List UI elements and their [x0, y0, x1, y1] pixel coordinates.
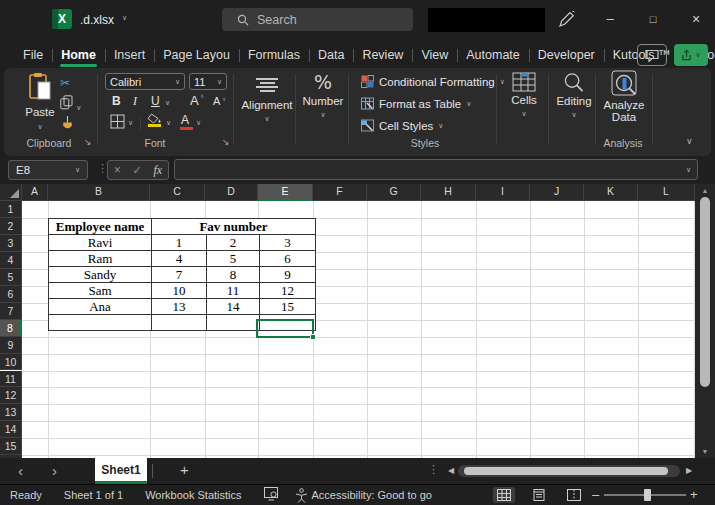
accessibility-status[interactable]: Accessibility: Good to go: [295, 488, 432, 503]
tab-automate[interactable]: Automate: [457, 43, 529, 67]
column-header-b[interactable]: B: [48, 184, 150, 201]
ribbon-collapse-chevron-icon[interactable]: ∨: [686, 136, 693, 146]
add-sheet-button[interactable]: +: [180, 461, 189, 478]
column-header-c[interactable]: C: [150, 184, 205, 201]
column-header-a[interactable]: A: [22, 184, 48, 201]
increase-font-button[interactable]: A: [190, 93, 199, 108]
draw-ink-icon[interactable]: [558, 10, 580, 30]
cell-c6[interactable]: 10: [152, 283, 207, 299]
workbook-statistics-button[interactable]: Workbook Statistics: [145, 489, 241, 501]
underline-chevron-icon[interactable]: ∨: [165, 99, 170, 107]
name-box[interactable]: E8 ∨: [8, 160, 88, 180]
italic-button[interactable]: I: [133, 94, 137, 109]
borders-button[interactable]: [110, 114, 125, 132]
filename-chevron-icon[interactable]: ∨: [122, 14, 127, 22]
zoom-out-button[interactable]: –: [592, 487, 599, 502]
column-header-h[interactable]: H: [421, 184, 476, 201]
cell-c3[interactable]: 1: [152, 235, 207, 251]
comments-button[interactable]: [637, 44, 667, 66]
cell-b4[interactable]: Ram: [49, 251, 152, 267]
cells-button[interactable]: Cells ∨: [500, 72, 548, 118]
column-header-d[interactable]: D: [205, 184, 258, 201]
format-painter-button[interactable]: [61, 116, 74, 134]
minimize-button[interactable]: –: [595, 6, 625, 32]
cell-c8[interactable]: [152, 315, 207, 331]
cell-d3[interactable]: 2: [207, 235, 260, 251]
close-button[interactable]: ×: [681, 6, 711, 32]
zoom-slider-handle[interactable]: [644, 489, 651, 501]
cell-c7[interactable]: 13: [152, 299, 207, 315]
number-button[interactable]: % Number ∨: [299, 71, 347, 119]
vertical-scroll-thumb[interactable]: [700, 197, 710, 387]
font-size-select[interactable]: 11 ∨: [189, 73, 227, 90]
horizontal-scroll-thumb[interactable]: [464, 467, 668, 475]
prev-sheet-icon[interactable]: ‹: [18, 462, 23, 480]
scroll-down-icon[interactable]: ▼: [695, 448, 715, 455]
row-header-10[interactable]: 10: [0, 354, 22, 371]
formula-input[interactable]: ∨: [174, 159, 698, 180]
share-button[interactable]: ∨: [674, 44, 708, 66]
cell-styles-button[interactable]: Cell Styles ∨: [361, 119, 443, 132]
fill-color-button[interactable]: [147, 113, 162, 127]
select-all-corner[interactable]: [0, 184, 22, 201]
display-settings-icon[interactable]: [264, 487, 279, 503]
row-header-14[interactable]: 14: [0, 421, 22, 438]
excel-logo-icon[interactable]: X: [52, 9, 72, 29]
cell-b3[interactable]: Ravi: [49, 235, 152, 251]
cell-c4[interactable]: 4: [152, 251, 207, 267]
selected-cell-outline[interactable]: [256, 319, 314, 338]
tab-developer[interactable]: Developer: [529, 43, 604, 67]
font-color-chevron-icon[interactable]: ∨: [196, 119, 201, 127]
column-header-e[interactable]: E: [258, 184, 313, 201]
tab-formulas[interactable]: Formulas: [239, 43, 309, 67]
row-header-5[interactable]: 5: [0, 269, 22, 286]
cell-d5[interactable]: 8: [207, 267, 260, 283]
workbook-filename[interactable]: .d.xlsx: [80, 13, 114, 27]
cell-c2-e2-merged[interactable]: Fav number: [152, 219, 316, 235]
normal-view-button[interactable]: [493, 487, 515, 503]
insert-function-button[interactable]: fx: [153, 163, 162, 178]
tab-page-layout[interactable]: Page Layou: [154, 43, 239, 67]
row-header-8[interactable]: 8: [0, 320, 22, 337]
borders-chevron-icon[interactable]: ∨: [128, 119, 133, 127]
cell-b6[interactable]: Sam: [49, 283, 152, 299]
page-break-view-button[interactable]: [563, 487, 585, 503]
scroll-left-icon[interactable]: ◀: [448, 466, 454, 475]
cancel-icon[interactable]: ×: [114, 163, 121, 177]
row-header-11[interactable]: 11: [0, 371, 22, 388]
copy-button[interactable]: ∨: [60, 95, 81, 113]
bold-button[interactable]: B: [112, 94, 121, 108]
cell-b8[interactable]: [49, 315, 152, 331]
clipboard-dialog-launcher-icon[interactable]: ↘: [84, 137, 92, 147]
cell-c5[interactable]: 7: [152, 267, 207, 283]
row-header-1[interactable]: 1: [0, 201, 22, 218]
analyze-data-button[interactable]: Analyze Data: [598, 70, 650, 123]
tab-data[interactable]: Data: [309, 43, 353, 67]
font-color-button[interactable]: A: [181, 113, 189, 127]
font-dialog-launcher-icon[interactable]: ↘: [222, 137, 230, 147]
tabbar-dots-icon[interactable]: ⋮: [428, 463, 439, 476]
row-header-15[interactable]: 15: [0, 438, 22, 455]
cell-d4[interactable]: 5: [207, 251, 260, 267]
format-as-table-button[interactable]: Format as Table ∨: [361, 97, 471, 110]
column-header-f[interactable]: F: [313, 184, 367, 201]
scroll-right-icon[interactable]: ▶: [686, 466, 692, 475]
column-header-i[interactable]: I: [476, 184, 530, 201]
cell-e6[interactable]: 12: [260, 283, 316, 299]
cell-e7[interactable]: 15: [260, 299, 316, 315]
spreadsheet-grid[interactable]: ABCDEFGHIJKL12345678910111213141516 Empl…: [0, 184, 695, 458]
cut-button[interactable]: ✂: [60, 76, 70, 90]
vertical-scrollbar[interactable]: ▲ ▼: [695, 184, 715, 458]
next-sheet-icon[interactable]: ›: [52, 462, 57, 480]
tab-review[interactable]: Review: [353, 43, 412, 67]
row-header-3[interactable]: 3: [0, 235, 22, 252]
decrease-font-button[interactable]: A: [213, 95, 220, 107]
maximize-button[interactable]: □: [638, 6, 668, 32]
row-header-6[interactable]: 6: [0, 286, 22, 303]
conditional-formatting-button[interactable]: Conditional Formatting ∨: [361, 75, 505, 88]
cell-b5[interactable]: Sandy: [49, 267, 152, 283]
enter-icon[interactable]: ✓: [133, 164, 142, 177]
alignment-button[interactable]: Alignment ∨: [241, 76, 293, 123]
cell-b2[interactable]: Employee name: [49, 219, 152, 235]
cell-d8[interactable]: [207, 315, 260, 331]
